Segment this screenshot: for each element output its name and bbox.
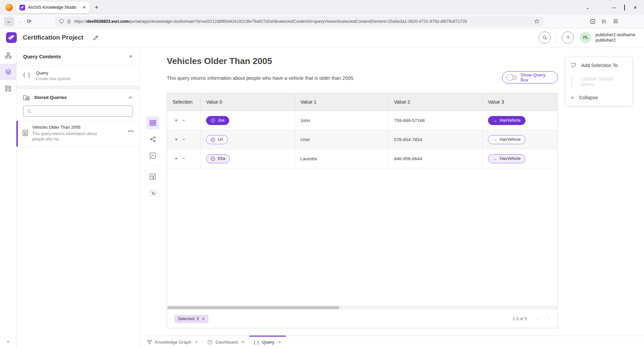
panel-title: Query Contents: [23, 54, 129, 59]
expand-rail-icon[interactable]: »: [0, 338, 16, 344]
table-row[interactable]: + − Uri Uriel 578-654-7854 →HasVehicle: [167, 130, 557, 149]
previous-page-icon[interactable]: ‹: [537, 316, 539, 322]
tab-title: ArcGIS Knowledge Studio: [28, 5, 80, 10]
query-contents-panel: Query Contents ✕ { } Query Create new qu…: [16, 47, 140, 348]
maximize-icon[interactable]: [619, 5, 630, 10]
clear-selection-icon[interactable]: ✕: [202, 317, 205, 321]
user-name[interactable]: publisher2 lastName publisher2: [595, 32, 635, 43]
selection-cell: + −: [167, 130, 201, 149]
relationship-pill[interactable]: →HasVehicle: [488, 116, 526, 125]
tab-close-icon[interactable]: ✕: [83, 5, 86, 10]
shield-icon[interactable]: [59, 19, 64, 24]
tab-dashboard[interactable]: Dashboard ✕: [203, 336, 249, 348]
scrollbar-thumb[interactable]: [167, 306, 339, 309]
table-view-button[interactable]: [146, 116, 159, 129]
tab-close-icon[interactable]: ✕: [241, 340, 244, 344]
chevron-up-icon[interactable]: [129, 96, 133, 99]
search-icon: [27, 109, 32, 114]
selected-count-chip[interactable]: Selected: 3 ✕: [175, 315, 208, 323]
new-tab-button[interactable]: +: [95, 4, 98, 11]
remove-from-selection-button[interactable]: −: [180, 156, 187, 162]
relationship-pill[interactable]: →HasVehicle: [488, 154, 526, 163]
selection-tool-button[interactable]: [146, 187, 159, 199]
braces-icon: { }: [23, 72, 31, 78]
table-row[interactable]: + − Joe John 759-889-57168 →HasVehicle: [167, 111, 557, 130]
update-stored-query-item[interactable]: { } Update Stored Query: [565, 73, 632, 90]
value-cell: 759-889-57168: [389, 111, 483, 130]
back-icon[interactable]: ←: [4, 17, 14, 26]
collapse-menu-item[interactable]: » Collapse: [565, 90, 632, 106]
table-empty-area: [167, 168, 557, 305]
relationship-pill[interactable]: →HasVehicle: [488, 135, 526, 144]
lock-icon[interactable]: [67, 19, 71, 24]
tab-label: Dashboard: [215, 340, 238, 345]
project-title: Certification Project: [23, 34, 84, 41]
entity-pill[interactable]: Etta: [206, 154, 230, 163]
list-tabs-icon[interactable]: ⌄: [582, 5, 593, 10]
selected-count-label: Selected: 3: [178, 316, 199, 321]
next-page-icon[interactable]: ›: [548, 316, 550, 322]
column-header: Selection: [167, 93, 201, 111]
forward-icon[interactable]: →: [14, 17, 24, 26]
help-button[interactable]: ?: [562, 32, 574, 44]
query-title: Vehicles Older Than 2005: [167, 56, 272, 66]
avatar[interactable]: PL: [580, 32, 591, 43]
table-footer: Selected: 3 ✕ 1-3 of 3 ‹ ›: [167, 310, 557, 328]
tab-close-icon[interactable]: ✕: [195, 340, 198, 344]
app-logo: [6, 32, 17, 43]
item-options-icon[interactable]: •••: [128, 128, 134, 134]
link-chart-button[interactable]: [146, 133, 159, 146]
remove-from-selection-button[interactable]: −: [180, 136, 187, 142]
stored-queries-icon: [23, 95, 30, 100]
add-selection-icon: [571, 63, 576, 68]
add-to-selection-button[interactable]: +: [172, 117, 180, 123]
rail-data-model-button[interactable]: [0, 47, 16, 64]
horizontal-scrollbar[interactable]: [167, 305, 557, 310]
map-button[interactable]: [146, 170, 159, 183]
left-rail: »: [0, 47, 16, 348]
tab-knowledge-graph[interactable]: Knowledge Graph ✕: [142, 336, 203, 348]
query-create-item[interactable]: { } Query Create new queries: [16, 66, 139, 86]
url-bar[interactable]: https://dev0028833.esri.com/portal/apps/…: [55, 16, 543, 26]
tab-close-icon[interactable]: ✕: [278, 340, 281, 344]
remove-from-selection-button[interactable]: −: [180, 117, 187, 123]
toggle-track[interactable]: [506, 74, 517, 80]
rail-contents-button[interactable]: [0, 64, 16, 80]
panel-close-icon[interactable]: ✕: [129, 54, 133, 59]
bookmark-star-icon[interactable]: [534, 19, 539, 24]
add-selection-to-item[interactable]: Add Selection To: [565, 57, 632, 73]
entity-pill[interactable]: Uri: [206, 135, 228, 144]
update-stored-label: Update Stored Query: [581, 76, 627, 87]
add-to-selection-button[interactable]: +: [172, 136, 180, 142]
firefox-icon[interactable]: [5, 4, 13, 11]
relationship-arrow-icon: →: [493, 118, 497, 123]
stored-queries-search[interactable]: [23, 106, 133, 117]
search-input[interactable]: [34, 109, 129, 114]
hierarchy-icon: [5, 52, 11, 59]
menu-hamburger-icon[interactable]: [610, 19, 621, 23]
chart-button[interactable]: [146, 149, 159, 162]
stored-query-item[interactable]: Vehicles Older Than 2005 This query retu…: [16, 121, 139, 147]
reload-icon[interactable]: ⟳: [24, 17, 34, 26]
content-tabs-bar: Knowledge Graph ✕ Dashboard ✕ { } Query …: [140, 336, 644, 348]
search-button[interactable]: [539, 32, 551, 44]
library-icon[interactable]: [598, 19, 610, 24]
entity-node-icon: [211, 157, 215, 161]
table-row[interactable]: + − Etta Lauretta 846-956-8644 →HasVehic…: [167, 149, 557, 168]
close-window-icon[interactable]: ✕: [630, 5, 641, 10]
rail-save-button[interactable]: [0, 80, 16, 97]
show-query-box-toggle[interactable]: Show Query Box: [502, 71, 558, 83]
browser-tab[interactable]: ArcGIS Knowledge Studio ✕: [16, 2, 89, 13]
value-cell: John: [295, 111, 389, 130]
entity-pill[interactable]: Joe: [206, 116, 229, 125]
tab-query[interactable]: { } Query ✕: [249, 336, 286, 348]
collapse-icon: »: [571, 94, 574, 101]
section-divider: [16, 86, 139, 89]
minimize-icon[interactable]: —: [608, 5, 619, 10]
table-body: + − Joe John 759-889-57168 →HasVehicle +…: [167, 111, 557, 168]
selection-cell: + −: [167, 111, 201, 130]
add-to-selection-button[interactable]: +: [172, 156, 180, 162]
pocket-icon[interactable]: [587, 19, 598, 24]
query-item-title: Query: [36, 70, 71, 75]
edit-title-icon[interactable]: [93, 35, 99, 41]
